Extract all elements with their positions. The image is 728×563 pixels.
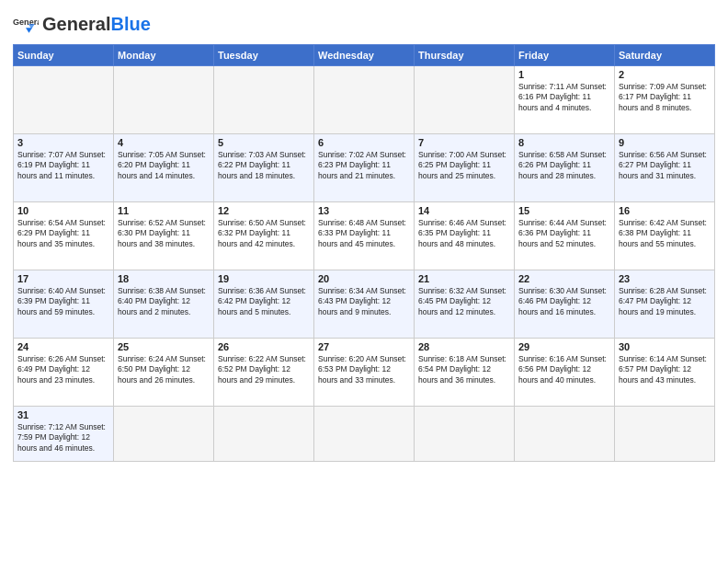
- calendar-cell: 13Sunrise: 6:48 AM Sunset: 6:33 PM Dayli…: [314, 202, 415, 270]
- day-sun-info: Sunrise: 6:14 AM Sunset: 6:57 PM Dayligh…: [619, 354, 711, 385]
- week-row-2: 10Sunrise: 6:54 AM Sunset: 6:29 PM Dayli…: [14, 202, 715, 270]
- calendar-cell: 22Sunrise: 6:30 AM Sunset: 6:46 PM Dayli…: [515, 270, 615, 339]
- day-number: 14: [418, 205, 510, 216]
- day-sun-info: Sunrise: 6:42 AM Sunset: 6:38 PM Dayligh…: [619, 218, 711, 249]
- day-sun-info: Sunrise: 7:12 AM Sunset: 7:59 PM Dayligh…: [17, 422, 109, 454]
- day-sun-info: Sunrise: 6:44 AM Sunset: 6:36 PM Dayligh…: [518, 218, 610, 249]
- day-number: 10: [17, 205, 109, 216]
- day-sun-info: Sunrise: 6:28 AM Sunset: 6:47 PM Dayligh…: [619, 286, 711, 317]
- day-number: 2: [619, 69, 711, 80]
- calendar-cell: 21Sunrise: 6:32 AM Sunset: 6:45 PM Dayli…: [415, 270, 515, 339]
- day-sun-info: Sunrise: 6:46 AM Sunset: 6:35 PM Dayligh…: [418, 218, 510, 249]
- day-number: 19: [218, 273, 310, 284]
- calendar-cell: 15Sunrise: 6:44 AM Sunset: 6:36 PM Dayli…: [515, 202, 615, 270]
- day-number: 30: [619, 341, 711, 352]
- calendar-cell: 14Sunrise: 6:46 AM Sunset: 6:35 PM Dayli…: [415, 202, 515, 270]
- weekday-header-sunday: Sunday: [14, 45, 114, 66]
- calendar-cell: [14, 66, 114, 134]
- calendar-cell: 17Sunrise: 6:40 AM Sunset: 6:39 PM Dayli…: [14, 270, 114, 339]
- day-sun-info: Sunrise: 6:48 AM Sunset: 6:33 PM Dayligh…: [318, 218, 410, 249]
- day-sun-info: Sunrise: 6:36 AM Sunset: 6:42 PM Dayligh…: [218, 286, 310, 317]
- calendar-cell: 8Sunrise: 6:58 AM Sunset: 6:26 PM Daylig…: [515, 134, 615, 202]
- day-sun-info: Sunrise: 6:58 AM Sunset: 6:26 PM Dayligh…: [518, 150, 610, 181]
- calendar-cell: 20Sunrise: 6:34 AM Sunset: 6:43 PM Dayli…: [314, 270, 415, 339]
- day-number: 5: [218, 137, 310, 148]
- calendar-cell: 26Sunrise: 6:22 AM Sunset: 6:52 PM Dayli…: [214, 339, 314, 407]
- header: General GeneralBlue: [13, 11, 715, 37]
- calendar-cell: [415, 66, 515, 134]
- day-number: 29: [518, 341, 610, 352]
- calendar-cell: 23Sunrise: 6:28 AM Sunset: 6:47 PM Dayli…: [615, 270, 715, 339]
- day-sun-info: Sunrise: 6:34 AM Sunset: 6:43 PM Dayligh…: [318, 286, 410, 317]
- day-number: 23: [619, 273, 711, 284]
- calendar-cell: [114, 66, 214, 134]
- calendar-cell: 6Sunrise: 7:02 AM Sunset: 6:23 PM Daylig…: [314, 134, 415, 202]
- calendar-cell: [314, 407, 415, 462]
- day-number: 12: [218, 205, 310, 216]
- day-sun-info: Sunrise: 6:16 AM Sunset: 6:56 PM Dayligh…: [518, 354, 610, 385]
- calendar-cell: [214, 66, 314, 134]
- day-sun-info: Sunrise: 7:07 AM Sunset: 6:19 PM Dayligh…: [17, 150, 109, 181]
- calendar-cell: 7Sunrise: 7:00 AM Sunset: 6:25 PM Daylig…: [415, 134, 515, 202]
- calendar-cell: 1Sunrise: 7:11 AM Sunset: 6:16 PM Daylig…: [515, 66, 615, 134]
- calendar-cell: 19Sunrise: 6:36 AM Sunset: 6:42 PM Dayli…: [214, 270, 314, 339]
- day-sun-info: Sunrise: 6:54 AM Sunset: 6:29 PM Dayligh…: [17, 218, 109, 249]
- weekday-header-monday: Monday: [114, 45, 214, 66]
- week-row-5: 31Sunrise: 7:12 AM Sunset: 7:59 PM Dayli…: [14, 407, 715, 462]
- day-sun-info: Sunrise: 6:40 AM Sunset: 6:39 PM Dayligh…: [17, 286, 109, 317]
- generalblue-logo-icon: General: [13, 11, 39, 37]
- day-sun-info: Sunrise: 6:50 AM Sunset: 6:32 PM Dayligh…: [218, 218, 310, 249]
- calendar-cell: 5Sunrise: 7:03 AM Sunset: 6:22 PM Daylig…: [214, 134, 314, 202]
- week-row-1: 3Sunrise: 7:07 AM Sunset: 6:19 PM Daylig…: [14, 134, 715, 202]
- day-sun-info: Sunrise: 6:22 AM Sunset: 6:52 PM Dayligh…: [218, 354, 310, 385]
- day-sun-info: Sunrise: 6:26 AM Sunset: 6:49 PM Dayligh…: [17, 354, 109, 385]
- day-sun-info: Sunrise: 7:00 AM Sunset: 6:25 PM Dayligh…: [418, 150, 510, 181]
- day-sun-info: Sunrise: 7:05 AM Sunset: 6:20 PM Dayligh…: [118, 150, 210, 181]
- calendar-cell: 27Sunrise: 6:20 AM Sunset: 6:53 PM Dayli…: [314, 339, 415, 407]
- day-number: 20: [318, 273, 410, 284]
- calendar-cell: [615, 407, 715, 462]
- day-number: 8: [518, 137, 610, 148]
- calendar-cell: 16Sunrise: 6:42 AM Sunset: 6:38 PM Dayli…: [615, 202, 715, 270]
- day-sun-info: Sunrise: 6:30 AM Sunset: 6:46 PM Dayligh…: [518, 286, 610, 317]
- day-sun-info: Sunrise: 7:09 AM Sunset: 6:17 PM Dayligh…: [619, 82, 711, 113]
- day-number: 22: [518, 273, 610, 284]
- day-number: 21: [418, 273, 510, 284]
- day-number: 4: [118, 137, 210, 148]
- day-number: 7: [418, 137, 510, 148]
- weekday-header-saturday: Saturday: [615, 45, 715, 66]
- day-number: 15: [518, 205, 610, 216]
- calendar-cell: 2Sunrise: 7:09 AM Sunset: 6:17 PM Daylig…: [615, 66, 715, 134]
- day-sun-info: Sunrise: 6:32 AM Sunset: 6:45 PM Dayligh…: [418, 286, 510, 317]
- svg-text:General: General: [13, 17, 39, 27]
- weekday-header-friday: Friday: [515, 45, 615, 66]
- calendar-cell: [415, 407, 515, 462]
- calendar-cell: 10Sunrise: 6:54 AM Sunset: 6:29 PM Dayli…: [14, 202, 114, 270]
- day-sun-info: Sunrise: 7:11 AM Sunset: 6:16 PM Dayligh…: [518, 82, 610, 113]
- weekday-header-thursday: Thursday: [415, 45, 515, 66]
- day-sun-info: Sunrise: 6:56 AM Sunset: 6:27 PM Dayligh…: [619, 150, 711, 181]
- day-sun-info: Sunrise: 6:24 AM Sunset: 6:50 PM Dayligh…: [118, 354, 210, 385]
- calendar-cell: 12Sunrise: 6:50 AM Sunset: 6:32 PM Dayli…: [214, 202, 314, 270]
- calendar-cell: 11Sunrise: 6:52 AM Sunset: 6:30 PM Dayli…: [114, 202, 214, 270]
- calendar-cell: 9Sunrise: 6:56 AM Sunset: 6:27 PM Daylig…: [615, 134, 715, 202]
- week-row-4: 24Sunrise: 6:26 AM Sunset: 6:49 PM Dayli…: [14, 339, 715, 407]
- day-number: 11: [118, 205, 210, 216]
- weekday-header-row: SundayMondayTuesdayWednesdayThursdayFrid…: [14, 45, 715, 66]
- day-sun-info: Sunrise: 6:20 AM Sunset: 6:53 PM Dayligh…: [318, 354, 410, 385]
- logo: General GeneralBlue: [13, 11, 151, 37]
- calendar-cell: 31Sunrise: 7:12 AM Sunset: 7:59 PM Dayli…: [14, 407, 114, 462]
- day-number: 16: [619, 205, 711, 216]
- day-number: 26: [218, 341, 310, 352]
- calendar-table: SundayMondayTuesdayWednesdayThursdayFrid…: [13, 44, 715, 462]
- calendar-cell: 4Sunrise: 7:05 AM Sunset: 6:20 PM Daylig…: [114, 134, 214, 202]
- logo-text: GeneralBlue: [42, 14, 151, 35]
- calendar-cell: [515, 407, 615, 462]
- calendar-cell: 30Sunrise: 6:14 AM Sunset: 6:57 PM Dayli…: [615, 339, 715, 407]
- day-sun-info: Sunrise: 6:52 AM Sunset: 6:30 PM Dayligh…: [118, 218, 210, 249]
- day-number: 3: [17, 137, 109, 148]
- day-sun-info: Sunrise: 7:02 AM Sunset: 6:23 PM Dayligh…: [318, 150, 410, 181]
- day-number: 18: [118, 273, 210, 284]
- day-number: 31: [17, 409, 109, 420]
- day-number: 9: [619, 137, 711, 148]
